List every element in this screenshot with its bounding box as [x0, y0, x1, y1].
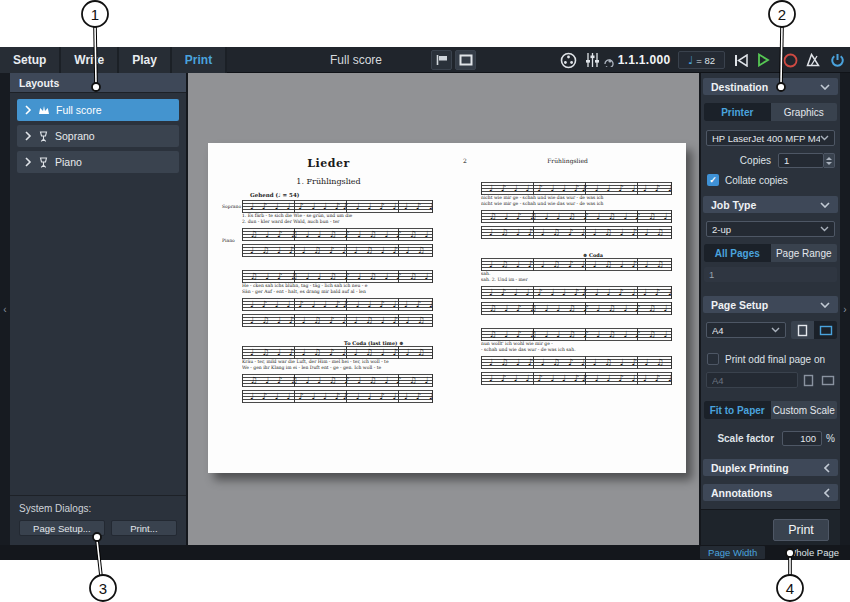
- layout-item-piano[interactable]: Piano: [17, 151, 179, 173]
- printer-tab[interactable]: Printer: [704, 103, 771, 121]
- print-dialog-button[interactable]: Print...: [111, 520, 177, 536]
- layout-item-full-score[interactable]: Full score: [17, 99, 179, 121]
- play-button[interactable]: [754, 50, 773, 70]
- print-button[interactable]: Print: [773, 519, 829, 541]
- full-score-icon: [38, 105, 50, 115]
- portrait-button[interactable]: [791, 321, 814, 339]
- record-button[interactable]: [781, 50, 800, 70]
- page-width-toggle[interactable]: Page Width: [700, 546, 765, 559]
- job-type-value: 2-up: [712, 224, 820, 235]
- frames-button[interactable]: [455, 50, 476, 70]
- piano-rh-staff: ♫ ♩ ♪ ♫ ♩ ♩ ♫ ♪ ♩ ♫ ♩ ♪ ♫ ♩ ♫: [242, 374, 433, 387]
- metronome-button[interactable]: [804, 50, 823, 70]
- chevron-right-icon: ›: [843, 304, 846, 315]
- whole-page-toggle[interactable]: Whole Page: [779, 546, 847, 559]
- notes: ♫ ♩ ♪ ♫ ♩ ♩ ♫ ♪ ♩ ♫ ♩ ♪ ♫ ♩ ♫: [481, 302, 671, 315]
- mixer-button[interactable]: [582, 50, 603, 70]
- notes: ♩ ♫ ♩ ♪ ♩ ♫ ♪ ♩ ♩ ♫ ♩ ♪ ♩ ♫ ♩: [242, 244, 432, 257]
- printer-select[interactable]: HP LaserJet 400 MFP M425dn (...: [706, 130, 835, 146]
- score-title: Lieder: [224, 157, 433, 170]
- print-options-panel: Destination Printer Graphics HP LaserJet…: [699, 73, 840, 545]
- job-type-section-header[interactable]: Job Type: [703, 196, 838, 213]
- music-system: To Coda (last time) ⊕ ♩ ♫ ♩ ♪ ♩ ♫ ♪ ♩ ♩ …: [224, 340, 433, 403]
- landscape-button[interactable]: [814, 321, 837, 339]
- notes: ♩ ♪ ♩ ♩ ♪ ♩ ♩ ♪♪ ♩ ♩ ♪ ♩ ♩ ♪ ♩: [242, 298, 432, 311]
- tempo-marking: Gehend (♩ = 54): [250, 192, 433, 198]
- music-system: ♫ ♩ ♪ ♫ ♩ ♩ ♫ ♪ ♩ ♫ ♩ ♪ ♫ ♩ ♫ He - cken …: [224, 270, 433, 327]
- tab-play[interactable]: Play: [119, 47, 172, 73]
- video-icon: [560, 52, 577, 69]
- step-down-icon: [826, 162, 832, 165]
- chevron-left-icon: ‹: [3, 304, 6, 315]
- odd-final-page-row[interactable]: Print odd final page on: [707, 353, 835, 365]
- music-system: ⊕ Coda ♩ ♫ ♩ ♪ ♩ ♫ ♪ ♩ ♩ ♫ ♩ ♪ ♩ ♫ ♩ sah…: [463, 252, 672, 315]
- page-setup-section-header[interactable]: Page Setup: [703, 296, 838, 313]
- annotations-section-header[interactable]: Annotations: [703, 484, 838, 501]
- copies-input[interactable]: 1: [778, 153, 824, 168]
- note-repeat-button[interactable]: [601, 55, 615, 68]
- notes: ♩ ♫ ♩ ♪ ♩ ♫ ♪ ♩ ♩ ♫ ♩ ♪ ♩ ♫ ♩: [481, 356, 671, 369]
- section-title: Destination: [711, 81, 768, 93]
- printer-name: HP LaserJet 400 MFP M425dn (...: [712, 133, 820, 144]
- activate-project-button[interactable]: [828, 50, 847, 70]
- vocal-staff: ♩ ♪ ♩ ♩ ♪ ♩ ♩ ♪♪ ♩ ♩ ♪ ♩ ♩ ♪ ♩: [242, 200, 433, 213]
- piano-rh-staff: ♫ ♩ ♪ ♫ ♩ ♩ ♫ ♪ ♩ ♫ ♩ ♪ ♫ ♩ ♫: [242, 228, 433, 241]
- flags-icon: [435, 54, 449, 66]
- callout-number: 2: [778, 6, 786, 23]
- page-range-toggle: All Pages Page Range: [704, 244, 837, 262]
- layout-item-label: Full score: [56, 104, 102, 116]
- score-subtitle: 1. Frühlingslied: [224, 177, 433, 186]
- portrait-icon[interactable]: [803, 374, 814, 387]
- chevron-right-icon: [24, 131, 32, 141]
- callout-number: 4: [786, 580, 794, 597]
- fit-to-paper-tab[interactable]: Fit to Paper: [704, 401, 771, 419]
- odd-final-checkbox[interactable]: [707, 353, 719, 365]
- tempo-display[interactable]: ♩ = 82: [678, 51, 725, 69]
- left-panel-collapse[interactable]: ‹: [0, 73, 10, 545]
- playhead-position: 1.1.1.000: [616, 47, 672, 73]
- piano-lh-staff: ♩ ♫ ♩ ♪ ♩ ♫ ♪ ♩ ♩ ♫ ♩ ♪ ♩ ♫ ♩: [481, 226, 672, 239]
- paper-size-select[interactable]: A4: [706, 322, 786, 338]
- custom-scale-tab[interactable]: Custom Scale: [771, 401, 838, 419]
- right-panel-collapse[interactable]: ›: [840, 73, 850, 545]
- chevron-collapsed-icon: [824, 488, 830, 498]
- staff-label-soprano: Soprano: [222, 204, 240, 209]
- go-to-start-button[interactable]: [731, 50, 751, 70]
- print-preview-area[interactable]: Lieder 1. Frühlingslied Gehend (♩ = 54) …: [188, 73, 699, 545]
- page-range-tab[interactable]: Page Range: [771, 244, 838, 262]
- odd-paper-size-select[interactable]: A4: [706, 372, 798, 388]
- copies-stepper[interactable]: [824, 153, 835, 168]
- graphics-tab[interactable]: Graphics: [771, 103, 838, 121]
- scale-factor-input[interactable]: 100: [782, 431, 822, 446]
- staff-label-piano: Piano: [222, 238, 240, 243]
- flags-button[interactable]: [431, 50, 452, 70]
- paper-size-value: A4: [712, 325, 771, 336]
- duplex-section-header[interactable]: Duplex Printing: [703, 459, 838, 476]
- page-setup-dialog-button[interactable]: Page Setup...: [19, 520, 105, 536]
- video-button[interactable]: [558, 50, 579, 70]
- system-dialogs-label: System Dialogs:: [19, 503, 177, 514]
- collate-checkbox[interactable]: ✓: [707, 174, 719, 186]
- destination-section-header[interactable]: Destination: [703, 78, 838, 95]
- notes: ♩ ♫ ♩ ♪ ♩ ♫ ♪ ♩ ♩ ♫ ♩ ♪ ♩ ♫ ♩: [481, 258, 671, 271]
- vocal-staff: ♩ ♫ ♩ ♪ ♩ ♫ ♪ ♩ ♩ ♫ ♩ ♪ ♩ ♫ ♩: [242, 346, 433, 359]
- notes: ♩ ♪ ♩ ♩ ♪ ♩ ♩ ♪♪ ♩ ♩ ♪ ♩ ♩ ♪ ♩: [242, 200, 432, 213]
- layout-selector[interactable]: Full score: [330, 47, 382, 73]
- scale-mode-toggle: Fit to Paper Custom Scale: [704, 401, 837, 419]
- tab-print[interactable]: Print: [172, 47, 227, 73]
- layout-item-soprano[interactable]: Soprano: [17, 125, 179, 147]
- quarter-note-icon: ♩: [688, 54, 693, 67]
- tab-setup[interactable]: Setup: [0, 47, 61, 73]
- all-pages-tab[interactable]: All Pages: [704, 244, 771, 262]
- collate-copies-row[interactable]: ✓ Collate copies: [707, 174, 835, 186]
- chevron-collapsed-icon: [824, 463, 830, 473]
- landscape-icon[interactable]: [821, 375, 835, 386]
- piano-lh-staff: ♫ ♩ ♪ ♫ ♩ ♩ ♫ ♪ ♩ ♫ ♩ ♪ ♫ ♩ ♫: [481, 302, 672, 315]
- notes: ♩ ♪ ♩ ♩ ♪ ♩ ♩ ♪♪ ♩ ♩ ♪ ♩ ♩ ♪ ♩: [481, 372, 671, 385]
- mixer-icon: [585, 52, 600, 68]
- tab-write[interactable]: Write: [61, 47, 119, 73]
- job-type-select[interactable]: 2-up: [706, 221, 835, 237]
- piano-rh-staff: ♩ ♪ ♩ ♩ ♪ ♩ ♩ ♪♪ ♩ ♩ ♪ ♩ ♩ ♪ ♩: [242, 298, 433, 311]
- section-title: Annotations: [711, 487, 772, 499]
- page-range-input[interactable]: 1: [704, 267, 837, 282]
